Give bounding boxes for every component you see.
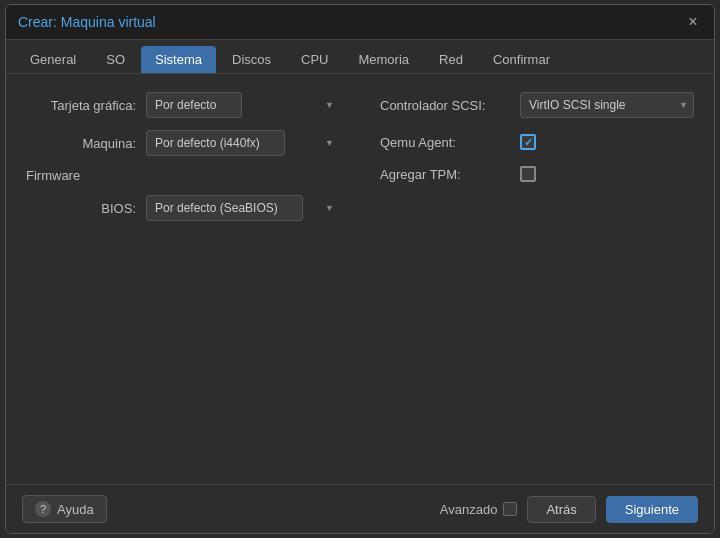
- qemu-label: Qemu Agent:: [380, 135, 510, 150]
- main-content: Tarjeta gráfica: Por defecto Maquina: Po…: [6, 74, 714, 484]
- tarjeta-select[interactable]: Por defecto: [146, 92, 242, 118]
- firmware-label: Firmware: [26, 168, 80, 183]
- tab-so[interactable]: SO: [92, 46, 139, 73]
- bios-select[interactable]: Por defecto (SeaBIOS): [146, 195, 303, 221]
- tab-discos[interactable]: Discos: [218, 46, 285, 73]
- back-button[interactable]: Atrás: [527, 496, 595, 523]
- tab-cpu[interactable]: CPU: [287, 46, 342, 73]
- maquina-label: Maquina:: [26, 136, 136, 151]
- avanzado-checkbox[interactable]: [503, 502, 517, 516]
- left-panel: Tarjeta gráfica: Por defecto Maquina: Po…: [26, 92, 340, 466]
- help-icon: ?: [35, 501, 51, 517]
- maquina-row: Maquina: Por defecto (i440fx): [26, 130, 340, 156]
- tab-red[interactable]: Red: [425, 46, 477, 73]
- controlador-label: Controlador SCSI:: [380, 98, 510, 113]
- help-label: Ayuda: [57, 502, 94, 517]
- dialog: Crear: Maquina virtual × General SO Sist…: [5, 4, 715, 534]
- dialog-title: Crear: Maquina virtual: [18, 14, 156, 30]
- tab-general[interactable]: General: [16, 46, 90, 73]
- tarjeta-select-wrapper: Por defecto: [146, 92, 340, 118]
- tab-bar: General SO Sistema Discos CPU Memoria Re…: [6, 40, 714, 74]
- title-bar: Crear: Maquina virtual ×: [6, 5, 714, 40]
- maquina-select[interactable]: Por defecto (i440fx): [146, 130, 285, 156]
- tpm-checkbox[interactable]: [520, 166, 536, 182]
- controlador-select-wrapper: VirtIO SCSI single: [520, 92, 694, 118]
- next-button[interactable]: Siguiente: [606, 496, 698, 523]
- avanzado-label: Avanzado: [440, 502, 518, 517]
- tab-memoria[interactable]: Memoria: [344, 46, 423, 73]
- firmware-section-label: Firmware: [26, 168, 340, 183]
- qemu-checkbox[interactable]: [520, 134, 536, 150]
- footer-right: Avanzado Atrás Siguiente: [440, 496, 698, 523]
- tpm-label: Agregar TPM:: [380, 167, 510, 182]
- footer: ? Ayuda Avanzado Atrás Siguiente: [6, 484, 714, 533]
- bios-label: BIOS:: [26, 201, 136, 216]
- right-panel: Controlador SCSI: VirtIO SCSI single Qem…: [380, 92, 694, 466]
- tarjeta-row: Tarjeta gráfica: Por defecto: [26, 92, 340, 118]
- maquina-select-wrapper: Por defecto (i440fx): [146, 130, 340, 156]
- tab-sistema[interactable]: Sistema: [141, 46, 216, 73]
- bios-row: BIOS: Por defecto (SeaBIOS): [26, 195, 340, 221]
- tab-confirmar[interactable]: Confirmar: [479, 46, 564, 73]
- close-button[interactable]: ×: [684, 13, 702, 31]
- controlador-select[interactable]: VirtIO SCSI single: [520, 92, 694, 118]
- bios-select-wrapper: Por defecto (SeaBIOS): [146, 195, 340, 221]
- tpm-row: Agregar TPM:: [380, 166, 694, 182]
- qemu-row: Qemu Agent:: [380, 134, 694, 150]
- tarjeta-label: Tarjeta gráfica:: [26, 98, 136, 113]
- controlador-row: Controlador SCSI: VirtIO SCSI single: [380, 92, 694, 118]
- help-button[interactable]: ? Ayuda: [22, 495, 107, 523]
